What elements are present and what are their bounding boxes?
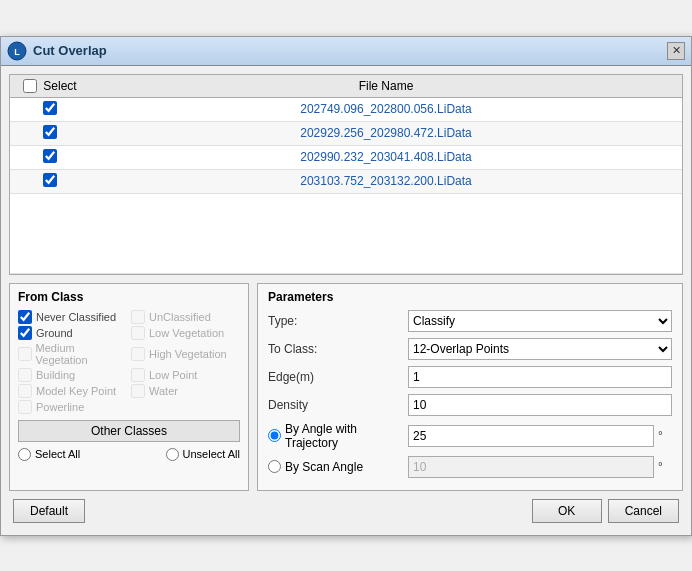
by-angle-radio[interactable] [268, 429, 281, 442]
unclassified-item: UnClassified [131, 310, 240, 324]
powerline-checkbox[interactable] [18, 400, 32, 414]
unclassified-label: UnClassified [149, 311, 211, 323]
model-key-point-checkbox[interactable] [18, 384, 32, 398]
file-table-body: 202749.096_202800.056.LiData 202929.256_… [10, 97, 682, 273]
title-bar: L Cut Overlap ✕ [1, 37, 691, 66]
window-title: Cut Overlap [33, 43, 667, 58]
never-classified-checkbox[interactable] [18, 310, 32, 324]
row-3-filename: 202990.232_203041.408.LiData [90, 145, 682, 169]
row-2-checkbox[interactable] [43, 125, 57, 139]
density-input[interactable] [408, 394, 672, 416]
row-1-checkbox[interactable] [43, 101, 57, 115]
ok-button[interactable]: OK [532, 499, 602, 523]
app-logo-icon: L [7, 41, 27, 61]
by-angle-radio-label-container: By Angle with Trajectory [268, 422, 408, 450]
low-point-item: Low Point [131, 368, 240, 382]
powerline-label: Powerline [36, 401, 84, 413]
to-class-select[interactable]: 12-Overlap Points [408, 338, 672, 360]
high-vegetation-checkbox[interactable] [131, 347, 145, 361]
by-angle-unit: ° [658, 429, 672, 443]
row-4-checkbox[interactable] [43, 173, 57, 187]
powerline-item: Powerline [18, 400, 127, 414]
water-item: Water [131, 384, 240, 398]
table-empty-row [10, 193, 682, 273]
water-label: Water [149, 385, 178, 397]
medium-vegetation-item: Medium Vegetation [18, 342, 127, 366]
row-4-filename: 203103.752_203132.200.LiData [90, 169, 682, 193]
model-key-point-item: Model Key Point [18, 384, 127, 398]
building-checkbox[interactable] [18, 368, 32, 382]
to-class-label: To Class: [268, 342, 408, 356]
select-all-label: Select All [35, 448, 80, 460]
water-checkbox[interactable] [131, 384, 145, 398]
never-classified-label: Never Classified [36, 311, 116, 323]
select-all-checkbox[interactable] [23, 79, 37, 93]
filename-col-header: File Name [90, 75, 682, 98]
ground-checkbox[interactable] [18, 326, 32, 340]
low-vegetation-checkbox[interactable] [131, 326, 145, 340]
parameters-title: Parameters [268, 290, 672, 304]
unselect-all-radio[interactable] [166, 448, 179, 461]
by-angle-input[interactable] [408, 425, 654, 447]
by-scan-radio[interactable] [268, 460, 281, 473]
select-all-radio[interactable] [18, 448, 31, 461]
high-vegetation-item: High Vegetation [131, 342, 240, 366]
unclassified-checkbox[interactable] [131, 310, 145, 324]
density-row: Density [268, 394, 672, 416]
low-vegetation-item: Low Vegetation [131, 326, 240, 340]
from-class-grid: Never Classified UnClassified Ground [18, 310, 240, 414]
ground-label: Ground [36, 327, 73, 339]
row-2-filename: 202929.256_202980.472.LiData [90, 121, 682, 145]
type-row: Type: ClassifyReclassify [268, 310, 672, 332]
by-scan-input[interactable] [408, 456, 654, 478]
by-scan-unit: ° [658, 460, 672, 474]
low-vegetation-label: Low Vegetation [149, 327, 224, 339]
other-classes-button[interactable]: Other Classes [18, 420, 240, 442]
bottom-section: From Class Never Classified UnClassified [9, 283, 683, 491]
select-all-radio-item: Select All [18, 448, 80, 461]
edge-row: Edge(m) [268, 366, 672, 388]
to-class-row: To Class: 12-Overlap Points [268, 338, 672, 360]
type-label: Type: [268, 314, 408, 328]
building-label: Building [36, 369, 75, 381]
table-header-row: Select File Name [10, 75, 682, 98]
by-scan-label: By Scan Angle [285, 460, 363, 474]
by-scan-radio-label-container: By Scan Angle [268, 460, 408, 474]
svg-text:L: L [14, 47, 20, 57]
table-row: 202749.096_202800.056.LiData [10, 97, 682, 121]
footer: Default OK Cancel [9, 491, 683, 527]
row-1-check-cell [10, 97, 90, 121]
table-row: 202929.256_202980.472.LiData [10, 121, 682, 145]
low-point-checkbox[interactable] [131, 368, 145, 382]
cancel-button[interactable]: Cancel [608, 499, 679, 523]
density-label: Density [268, 398, 408, 412]
by-angle-label: By Angle with Trajectory [285, 422, 408, 450]
by-scan-input-container: ° [408, 456, 672, 478]
never-classified-item: Never Classified [18, 310, 127, 324]
close-button[interactable]: ✕ [667, 42, 685, 60]
unselect-all-radio-item: Unselect All [166, 448, 240, 461]
file-table: Select File Name 202749.096_202800.056.L… [10, 75, 682, 274]
model-key-point-label: Model Key Point [36, 385, 116, 397]
medium-vegetation-label: Medium Vegetation [36, 342, 127, 366]
table-row: 203103.752_203132.200.LiData [10, 169, 682, 193]
by-angle-row: By Angle with Trajectory ° [268, 422, 672, 450]
file-table-container: Select File Name 202749.096_202800.056.L… [9, 74, 683, 275]
from-class-title: From Class [18, 290, 240, 304]
edge-input[interactable] [408, 366, 672, 388]
footer-right-buttons: OK Cancel [532, 499, 679, 523]
select-col-header: Select [10, 75, 90, 98]
type-select[interactable]: ClassifyReclassify [408, 310, 672, 332]
cut-overlap-window: L Cut Overlap ✕ Select File Name [0, 36, 692, 536]
from-class-panel: From Class Never Classified UnClassified [9, 283, 249, 491]
row-4-check-cell [10, 169, 90, 193]
select-header-label: Select [43, 79, 76, 93]
window-content: Select File Name 202749.096_202800.056.L… [1, 66, 691, 535]
ground-item: Ground [18, 326, 127, 340]
default-button[interactable]: Default [13, 499, 85, 523]
low-point-label: Low Point [149, 369, 197, 381]
row-3-checkbox[interactable] [43, 149, 57, 163]
edge-label: Edge(m) [268, 370, 408, 384]
medium-vegetation-checkbox[interactable] [18, 347, 32, 361]
row-2-check-cell [10, 121, 90, 145]
